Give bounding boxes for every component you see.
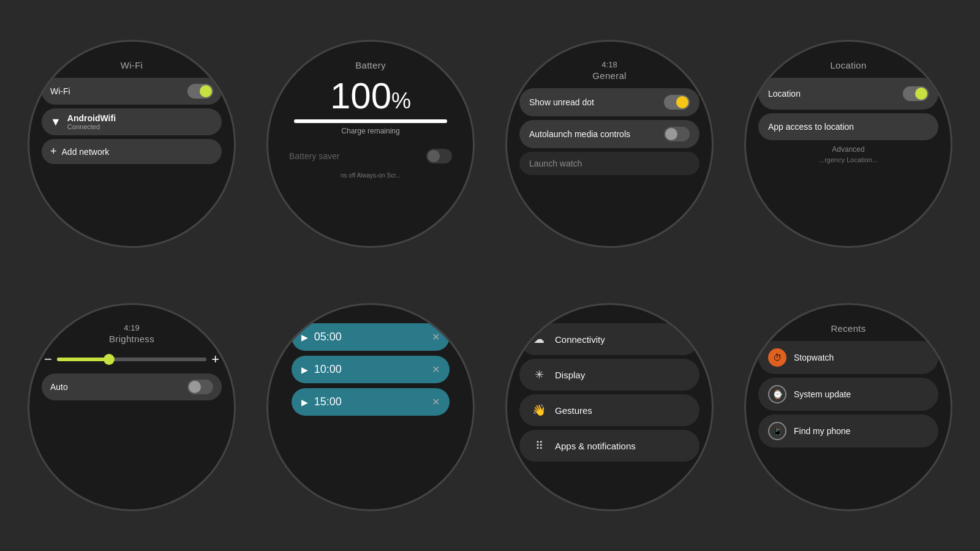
location-panel: Location Location App access to location…: [744, 40, 952, 248]
system-update-icon: ⌚: [768, 385, 786, 403]
app-access-row[interactable]: App access to location: [758, 113, 938, 140]
wifi-toggle-knob: [200, 85, 212, 97]
autolaunch-toggle[interactable]: [664, 127, 690, 141]
brightness-fill: [57, 358, 109, 361]
timer-delete-icon-2[interactable]: ✕: [432, 364, 440, 375]
timer-delete-icon-3[interactable]: ✕: [432, 396, 440, 408]
apps-notifications-item[interactable]: ⠿ Apps & notifications: [519, 430, 699, 462]
gestures-label: Gestures: [555, 405, 592, 416]
main-grid: Wi-Fi Wi-Fi ▼ AndroidWifi Connected + Ad…: [0, 0, 980, 551]
stopwatch-item[interactable]: ⏱ Stopwatch: [758, 341, 938, 374]
timer-item-1[interactable]: ▶ 05:00 ✕: [292, 323, 450, 351]
find-phone-icon: 📱: [768, 422, 786, 440]
battery-saver-knob: [428, 150, 440, 162]
system-update-item[interactable]: ⌚ System update: [758, 378, 938, 411]
auto-brightness-label: Auto: [50, 382, 68, 392]
location-panel-title: Location: [830, 60, 866, 70]
timer-delete-icon-1[interactable]: ✕: [432, 331, 440, 343]
battery-saver-label: Battery saver: [289, 151, 339, 161]
advanced-label[interactable]: Advanced: [832, 145, 864, 154]
general-time: 4:18: [601, 60, 617, 69]
brightness-minus-icon[interactable]: −: [44, 351, 52, 367]
wifi-network-name: AndroidWifi: [67, 113, 116, 123]
wifi-network-row[interactable]: ▼ AndroidWifi Connected: [42, 108, 222, 135]
connectivity-label: Connectivity: [555, 334, 605, 345]
brightness-plus-icon[interactable]: +: [211, 351, 219, 367]
add-icon: +: [50, 145, 57, 158]
timer-play-icon-3[interactable]: ▶: [301, 397, 308, 407]
brightness-panel: 4:19 Brightness − + Auto: [28, 303, 236, 511]
gestures-item[interactable]: 👋 Gestures: [519, 394, 699, 426]
wifi-panel: Wi-Fi Wi-Fi ▼ AndroidWifi Connected + Ad…: [28, 40, 236, 248]
auto-brightness-toggle[interactable]: [187, 380, 213, 394]
display-label: Display: [555, 370, 585, 380]
stopwatch-label: Stopwatch: [794, 353, 834, 362]
recents-panel: Recents ⏱ Stopwatch ⌚ System update 📱 Fi…: [744, 303, 952, 511]
battery-saver-row[interactable]: Battery saver: [281, 143, 461, 170]
gestures-icon: 👋: [530, 402, 548, 419]
settings-panel: ☁ Connectivity ✳ Display 👋 Gestures ⠿ Ap…: [505, 303, 714, 511]
timer-value-2: 10:00: [314, 363, 426, 376]
location-toggle-knob: [915, 88, 927, 100]
stopwatch-icon: ⏱: [768, 348, 786, 367]
autolaunch-knob: [665, 128, 677, 140]
auto-brightness-knob: [189, 381, 201, 393]
battery-bar-container: [294, 119, 447, 123]
wifi-info: AndroidWifi Connected: [67, 113, 116, 130]
find-phone-item[interactable]: 📱 Find my phone: [758, 414, 938, 448]
battery-bar-fill: [294, 119, 447, 123]
general-title: General: [592, 70, 626, 81]
show-unread-row[interactable]: Show unread dot: [519, 88, 699, 116]
connectivity-item[interactable]: ☁ Connectivity: [519, 323, 699, 355]
wifi-toggle-row[interactable]: Wi-Fi: [42, 78, 222, 105]
brightness-slider-row[interactable]: − +: [42, 351, 222, 367]
battery-saver-toggle[interactable]: [426, 149, 452, 163]
wifi-signal-icon: ▼: [50, 116, 61, 129]
battery-percent: 100%: [330, 78, 411, 114]
timer-item-3[interactable]: ▶ 15:00 ✕: [292, 388, 450, 416]
timer-play-icon-1[interactable]: ▶: [301, 332, 308, 342]
brightness-track[interactable]: [57, 358, 206, 361]
timer-panel: ▶ 05:00 ✕ ▶ 10:00 ✕ ▶ 15:00 ✕: [266, 303, 475, 511]
wifi-network-status: Connected: [67, 123, 116, 130]
brightness-title: Brightness: [109, 334, 154, 344]
display-icon: ✳: [530, 366, 548, 383]
apps-notifications-icon: ⠿: [530, 437, 548, 454]
add-network-label: Add network: [62, 147, 110, 157]
general-panel: 4:18 General Show unread dot Autolaunch …: [505, 40, 714, 248]
autolaunch-label: Autolaunch media controls: [529, 129, 630, 139]
auto-brightness-row[interactable]: Auto: [42, 373, 222, 400]
timer-value-3: 15:00: [314, 395, 426, 408]
brightness-time: 4:19: [124, 323, 139, 332]
location-label: Location: [768, 89, 801, 99]
launch-watch-row[interactable]: Launch watch: [519, 152, 699, 175]
find-phone-label: Find my phone: [794, 426, 851, 436]
show-unread-toggle[interactable]: [664, 95, 690, 110]
connectivity-icon: ☁: [530, 331, 548, 348]
wifi-toggle[interactable]: [187, 84, 213, 99]
display-item[interactable]: ✳ Display: [519, 359, 699, 391]
battery-footer: ns off Always-on Scr...: [341, 172, 401, 179]
location-toggle-row[interactable]: Location: [758, 78, 938, 110]
location-footer: ...rgency Location...: [819, 156, 878, 163]
location-toggle[interactable]: [903, 86, 929, 101]
wifi-title: Wi-Fi: [121, 60, 143, 70]
recents-title: Recents: [831, 323, 865, 334]
system-update-label: System update: [794, 389, 851, 399]
brightness-knob: [104, 354, 115, 365]
timer-item-2[interactable]: ▶ 10:00 ✕: [292, 356, 450, 383]
timer-value-1: 05:00: [314, 331, 426, 343]
wifi-toggle-label: Wi-Fi: [50, 86, 70, 96]
app-access-label: App access to location: [768, 122, 854, 132]
battery-charge-label: Charge remaining: [341, 127, 399, 135]
battery-title: Battery: [355, 60, 386, 70]
show-unread-label: Show unread dot: [529, 97, 594, 107]
timer-play-icon-2[interactable]: ▶: [301, 365, 308, 375]
apps-notifications-label: Apps & notifications: [555, 441, 636, 451]
launch-watch-label: Launch watch: [529, 159, 582, 168]
battery-panel: Battery 100% Charge remaining Battery sa…: [266, 40, 475, 248]
autolaunch-row[interactable]: Autolaunch media controls: [519, 120, 699, 148]
add-network-row[interactable]: + Add network: [42, 139, 222, 164]
show-unread-knob: [676, 96, 688, 108]
